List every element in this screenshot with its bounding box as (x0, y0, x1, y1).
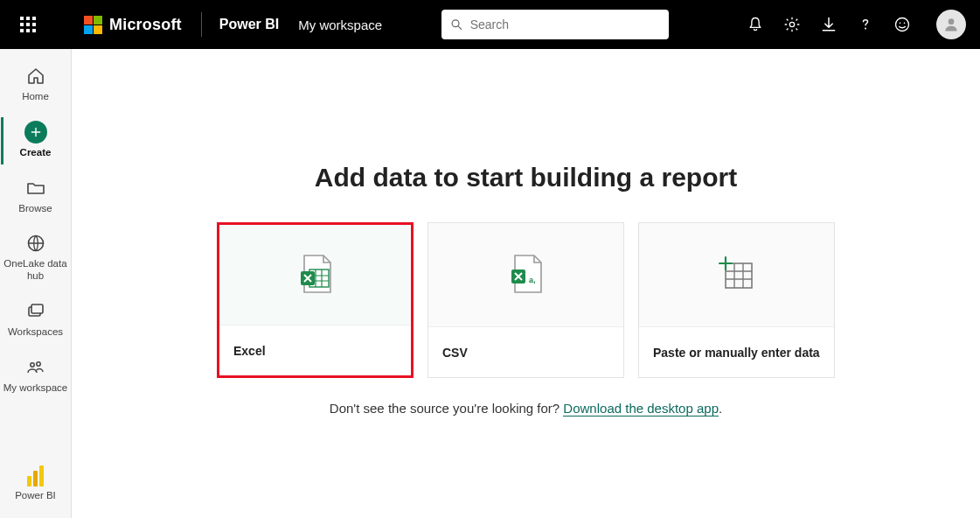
search-box[interactable] (441, 10, 669, 39)
csv-file-icon: a, (428, 223, 623, 326)
bell-icon (747, 16, 764, 33)
svg-point-2 (789, 22, 794, 26)
help-button[interactable] (856, 15, 875, 34)
feedback-button[interactable] (893, 15, 912, 34)
help-icon (857, 16, 874, 33)
nav-label: Power BI (15, 490, 56, 502)
svg-point-11 (30, 363, 33, 367)
data-source-cards: Excel a, CSV (217, 222, 835, 378)
nav-label: Browse (18, 203, 52, 215)
power-bi-icon (27, 464, 45, 486)
divider (201, 12, 202, 37)
nav-label: Workspaces (8, 326, 63, 339)
svg-rect-17 (726, 263, 752, 288)
card-excel[interactable]: Excel (217, 222, 414, 378)
account-button[interactable] (936, 10, 966, 39)
card-csv[interactable]: a, CSV (427, 222, 624, 378)
download-icon (820, 16, 838, 33)
svg-point-5 (900, 23, 901, 24)
hint-text: Don't see the source you're looking for?… (330, 401, 722, 416)
nav-label: Create (20, 147, 52, 159)
nav-label: OneLake data hub (1, 258, 71, 283)
card-label: Paste or manually enter data (639, 326, 834, 377)
nav-create[interactable]: Create (1, 116, 71, 166)
hint-suffix: . (719, 401, 722, 416)
app-launcher-button[interactable] (10, 7, 45, 42)
svg-point-6 (904, 23, 906, 24)
search-input[interactable] (470, 18, 661, 32)
card-label: CSV (428, 326, 623, 377)
main-content: Add data to start building a report Exce… (72, 49, 980, 518)
nav-home[interactable]: Home (1, 60, 71, 110)
card-manual-data[interactable]: Paste or manually enter data (638, 222, 835, 378)
notifications-button[interactable] (746, 15, 765, 34)
download-desktop-link[interactable]: Download the desktop app (563, 401, 719, 416)
svg-line-1 (458, 26, 462, 30)
svg-point-7 (949, 18, 955, 24)
settings-button[interactable] (782, 15, 802, 34)
smiley-icon (893, 16, 911, 33)
excel-file-icon (219, 225, 411, 325)
waffle-icon (20, 17, 36, 32)
onelake-icon (24, 232, 47, 255)
left-nav: Home Create Browse OneLake da (0, 49, 72, 518)
people-icon (24, 356, 47, 379)
microsoft-logo-text: Microsoft (109, 16, 182, 34)
svg-rect-10 (31, 304, 43, 313)
home-icon (24, 65, 47, 88)
person-icon (942, 16, 960, 33)
workspaces-icon (24, 300, 47, 323)
search-icon (450, 18, 463, 32)
nav-label: My workspace (3, 382, 68, 395)
microsoft-logo[interactable]: Microsoft (84, 16, 182, 34)
folder-icon (24, 177, 47, 200)
gear-icon (783, 16, 801, 33)
microsoft-logo-icon (84, 16, 102, 34)
card-label: Excel (219, 325, 411, 375)
page-heading: Add data to start building a report (315, 163, 737, 192)
plus-circle-icon (24, 121, 47, 144)
nav-workspaces[interactable]: Workspaces (1, 295, 71, 346)
svg-point-4 (896, 18, 909, 32)
nav-onelake-data-hub[interactable]: OneLake data hub (1, 227, 71, 290)
svg-point-12 (36, 362, 39, 366)
workspace-breadcrumb[interactable]: My workspace (298, 18, 382, 32)
svg-text:a,: a, (529, 276, 536, 284)
hint-prefix: Don't see the source you're looking for? (330, 401, 564, 416)
app-name[interactable]: Power BI (219, 17, 279, 32)
top-actions (746, 10, 970, 39)
nav-browse[interactable]: Browse (1, 172, 71, 222)
nav-my-workspace[interactable]: My workspace (1, 351, 71, 402)
nav-power-bi[interactable]: Power BI (1, 458, 71, 509)
svg-point-3 (865, 28, 866, 30)
download-button[interactable] (819, 15, 838, 34)
nav-label: Home (22, 91, 49, 103)
manual-data-icon (639, 223, 834, 326)
top-bar: Microsoft Power BI My workspace (0, 0, 980, 49)
